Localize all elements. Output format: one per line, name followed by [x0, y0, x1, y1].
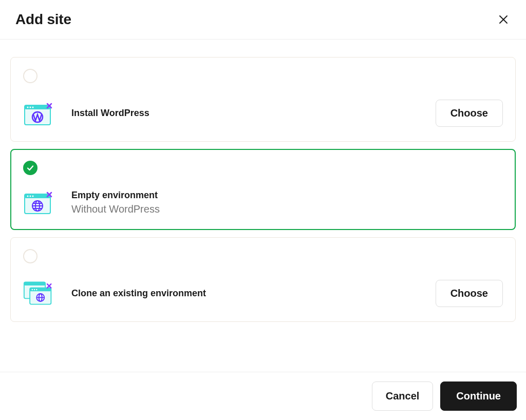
choose-button[interactable]: Choose [436, 100, 503, 127]
option-text: Install WordPress [71, 107, 418, 119]
radio-unchecked-icon [23, 69, 37, 83]
continue-button[interactable]: Continue [440, 381, 517, 411]
radio-unchecked-icon [23, 249, 37, 263]
choose-button[interactable]: Choose [436, 280, 503, 307]
globe-browser-icon [23, 190, 54, 215]
option-empty-environment[interactable]: Empty environment Without WordPress [10, 149, 516, 230]
svg-rect-23 [24, 282, 45, 285]
options-list: Install WordPress Choose [0, 40, 526, 339]
modal-footer: Cancel Continue [0, 372, 526, 420]
wordpress-browser-icon [23, 101, 54, 126]
svg-point-6 [32, 106, 34, 108]
svg-point-13 [30, 196, 31, 197]
close-button[interactable] [496, 12, 511, 27]
svg-point-12 [27, 196, 29, 197]
page-title: Add site [15, 11, 71, 28]
option-clone-environment[interactable]: Clone an existing environment Choose [10, 237, 516, 322]
svg-point-28 [36, 289, 37, 290]
modal-header: Add site [0, 0, 526, 40]
option-text: Clone an existing environment [71, 288, 418, 299]
cancel-button[interactable]: Cancel [372, 381, 434, 411]
option-title: Install WordPress [71, 107, 418, 119]
svg-rect-25 [30, 288, 51, 292]
option-body: Clone an existing environment Choose [23, 280, 503, 307]
option-body: Empty environment Without WordPress [23, 189, 503, 215]
svg-point-14 [32, 196, 34, 197]
option-title: Empty environment [71, 189, 503, 201]
option-text: Empty environment Without WordPress [71, 189, 503, 215]
svg-point-26 [32, 289, 33, 290]
option-subtitle: Without WordPress [71, 203, 503, 215]
radio-checked-icon [23, 161, 37, 175]
svg-point-4 [27, 106, 29, 108]
option-install-wordpress[interactable]: Install WordPress Choose [10, 57, 516, 142]
close-icon [498, 14, 509, 25]
svg-point-27 [34, 289, 35, 290]
option-body: Install WordPress Choose [23, 100, 503, 127]
clone-browser-icon [23, 281, 54, 306]
svg-point-5 [30, 106, 31, 108]
option-title: Clone an existing environment [71, 288, 418, 299]
